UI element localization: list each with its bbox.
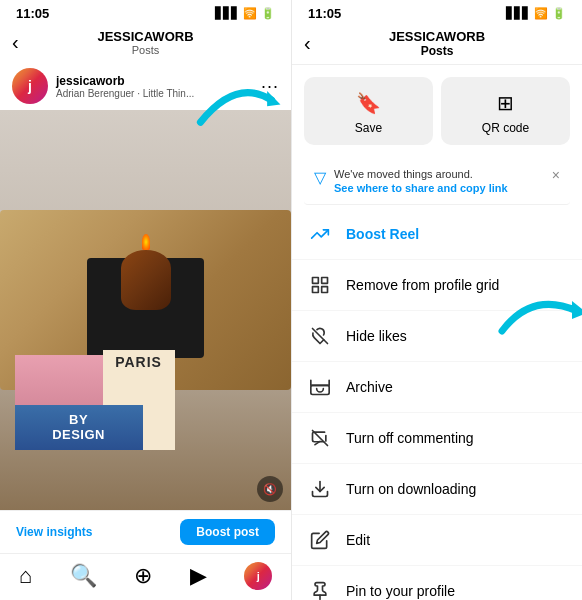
menu-label-remove-grid: Remove from profile grid xyxy=(346,277,499,293)
pin-icon xyxy=(308,579,332,600)
candle-flame xyxy=(142,234,150,250)
qr-label: QR code xyxy=(482,121,529,135)
bottom-bar: View insights Boost post xyxy=(0,510,291,553)
menu-scroll-area[interactable]: 🔖 Save ⊞ QR code ▽ We've moved things ar… xyxy=(292,65,582,600)
svg-rect-7 xyxy=(311,386,329,395)
more-options-icon[interactable]: ··· xyxy=(261,76,279,97)
svg-rect-3 xyxy=(313,287,319,293)
menu-item-boost-reel[interactable]: Boost Reel xyxy=(292,209,582,260)
notice-text: We've moved things around. See where to … xyxy=(334,167,544,194)
mute-button[interactable]: 🔇 xyxy=(257,476,283,502)
nav-bar: ⌂ 🔍 ⊕ ▶ j xyxy=(0,553,291,600)
menu-item-turn-on-downloads[interactable]: Turn on downloading xyxy=(292,464,582,515)
qr-code-button[interactable]: ⊞ QR code xyxy=(441,77,570,145)
right-wifi-icon: 🛜 xyxy=(534,7,548,20)
left-top-bar: ‹ JESSICAWORB Posts xyxy=(0,25,291,62)
left-status-icons: ▋▋▋ 🛜 🔋 xyxy=(215,7,275,20)
nav-profile-avatar[interactable]: j xyxy=(244,562,272,590)
nav-search-icon[interactable]: 🔍 xyxy=(70,563,97,589)
save-button[interactable]: 🔖 Save xyxy=(304,77,433,145)
menu-label-turn-off-comments: Turn off commenting xyxy=(346,430,474,446)
archive-icon xyxy=(308,375,332,399)
menu-label-pin-profile: Pin to your profile xyxy=(346,583,455,599)
left-username: JESSICAWORB xyxy=(97,29,193,44)
book-blue-text: BYDESIGN xyxy=(52,413,105,442)
download-icon xyxy=(308,477,332,501)
heart-off-icon xyxy=(308,324,332,348)
menu-item-turn-off-comments[interactable]: Turn off commenting xyxy=(292,413,582,464)
books-area: PARIS BYDESIGN xyxy=(15,350,175,450)
right-top-title: JESSICAWORB Posts xyxy=(389,29,485,58)
profile-details: Adrian Berenguer · Little Thin... xyxy=(56,88,194,99)
candle-body xyxy=(121,250,171,310)
right-battery-icon: 🔋 xyxy=(552,7,566,20)
menu-item-pin-profile[interactable]: Pin to your profile xyxy=(292,566,582,600)
book-blue: BYDESIGN xyxy=(15,405,143,450)
menu-label-archive: Archive xyxy=(346,379,393,395)
back-arrow-icon[interactable]: ‹ xyxy=(12,31,19,54)
save-label: Save xyxy=(355,121,382,135)
comment-off-icon xyxy=(308,426,332,450)
menu-item-edit[interactable]: Edit xyxy=(292,515,582,566)
right-status-bar: 11:05 ▋▋▋ 🛜 🔋 xyxy=(292,0,582,25)
qr-icon: ⊞ xyxy=(497,91,514,115)
right-back-arrow-icon[interactable]: ‹ xyxy=(304,32,311,55)
right-status-icons: ▋▋▋ 🛜 🔋 xyxy=(506,7,566,20)
profile-row: j jessicaworb Adrian Berenguer · Little … xyxy=(0,62,291,110)
battery-icon: 🔋 xyxy=(261,7,275,20)
menu-item-hide-likes[interactable]: Hide likes xyxy=(292,311,582,362)
notice-icon: ▽ xyxy=(314,168,326,187)
menu-item-remove-grid[interactable]: Remove from profile grid xyxy=(292,260,582,311)
nav-home-icon[interactable]: ⌂ xyxy=(19,563,32,589)
left-status-bar: 11:05 ▋▋▋ 🛜 🔋 xyxy=(0,0,291,25)
right-subtitle: Posts xyxy=(389,44,485,58)
left-time: 11:05 xyxy=(16,6,49,21)
grid-icon xyxy=(308,273,332,297)
svg-rect-2 xyxy=(322,278,328,284)
svg-rect-4 xyxy=(322,287,328,293)
right-time: 11:05 xyxy=(308,6,341,21)
profile-name: jessicaworb xyxy=(56,74,194,88)
notice-close-icon[interactable]: × xyxy=(552,167,560,183)
menu-label-boost-reel: Boost Reel xyxy=(346,226,419,242)
save-icon: 🔖 xyxy=(356,91,381,115)
edit-icon xyxy=(308,528,332,552)
svg-rect-1 xyxy=(313,278,319,284)
avatar[interactable]: j xyxy=(12,68,48,104)
reel-container: PARIS BYDESIGN 🔇 xyxy=(0,110,291,510)
profile-info: jessicaworb Adrian Berenguer · Little Th… xyxy=(56,74,194,99)
menu-item-archive[interactable]: Archive xyxy=(292,362,582,413)
boost-post-button[interactable]: Boost post xyxy=(180,519,275,545)
nav-reels-icon[interactable]: ▶ xyxy=(190,563,207,589)
chart-icon xyxy=(308,222,332,246)
menu-label-edit: Edit xyxy=(346,532,370,548)
nav-add-icon[interactable]: ⊕ xyxy=(134,563,152,589)
menu-label-hide-likes: Hide likes xyxy=(346,328,407,344)
menu-items-list: Boost ReelRemove from profile gridHide l… xyxy=(292,209,582,600)
wifi-icon: 🛜 xyxy=(243,7,257,20)
notice-main-text: We've moved things around. xyxy=(334,167,544,182)
right-username: JESSICAWORB xyxy=(389,29,485,44)
right-signal-icon: ▋▋▋ xyxy=(506,7,530,20)
notice-link-text[interactable]: See where to share and copy link xyxy=(334,182,544,194)
reel-background: PARIS BYDESIGN xyxy=(0,110,291,510)
svg-line-5 xyxy=(313,329,328,344)
right-top-bar: ‹ JESSICAWORB Posts xyxy=(292,25,582,65)
left-top-title: JESSICAWORB Posts xyxy=(97,29,193,56)
left-subtitle: Posts xyxy=(97,44,193,56)
notice-banner: ▽ We've moved things around. See where t… xyxy=(304,157,570,205)
menu-label-turn-on-downloads: Turn on downloading xyxy=(346,481,476,497)
signal-icon: ▋▋▋ xyxy=(215,7,239,20)
view-insights-link[interactable]: View insights xyxy=(16,525,92,539)
left-panel: 11:05 ▋▋▋ 🛜 🔋 ‹ JESSICAWORB Posts j jess… xyxy=(0,0,291,600)
quick-actions: 🔖 Save ⊞ QR code xyxy=(292,65,582,153)
right-panel: 11:05 ▋▋▋ 🛜 🔋 ‹ JESSICAWORB Posts 🔖 Save… xyxy=(291,0,582,600)
